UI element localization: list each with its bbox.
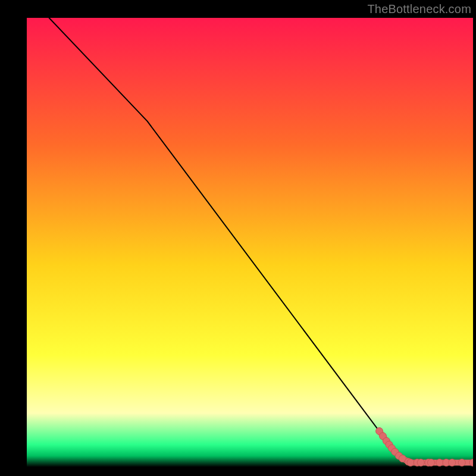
marker-dot: [458, 459, 465, 466]
watermark-text: TheBottleneck.com: [367, 2, 471, 16]
marker-dot: [428, 459, 435, 466]
chart-svg: [27, 18, 473, 467]
marker-dot: [436, 459, 443, 466]
chart-frame: TheBottleneck.com: [0, 0, 476, 476]
marker-dot: [449, 459, 456, 466]
plot-area: [27, 18, 473, 467]
gradient-background: [27, 18, 473, 467]
marker-dot: [407, 459, 414, 466]
marker-dot: [417, 459, 424, 466]
